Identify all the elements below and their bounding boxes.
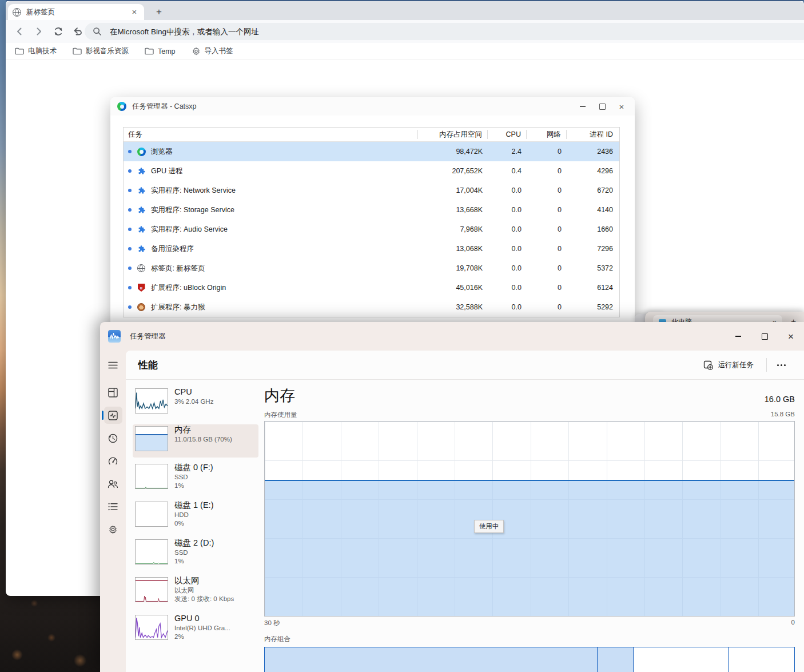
column-header-pid[interactable]: 进程 ID xyxy=(567,130,619,139)
network-value: 0 xyxy=(527,225,567,233)
network-value: 0 xyxy=(527,264,567,272)
sidebar-item-services[interactable] xyxy=(104,521,122,538)
puzzle-icon xyxy=(137,225,146,234)
memory-thumbnail xyxy=(135,426,168,451)
new-tab-button[interactable]: + xyxy=(153,6,165,18)
row-indicator-dot xyxy=(128,189,132,192)
composition-segment-in-use xyxy=(265,647,598,672)
composition-segment-free xyxy=(729,647,794,672)
close-button[interactable]: × xyxy=(612,99,631,114)
panel-disk-1[interactable]: 磁盘 1 (E:) HDD 0% xyxy=(133,500,258,533)
catsxp-titlebar[interactable]: 任务管理器 - Catsxp × xyxy=(110,97,635,116)
sidebar-item-users[interactable] xyxy=(104,475,122,492)
pid-value: 5292 xyxy=(567,303,619,311)
minimize-button[interactable] xyxy=(725,322,751,351)
panel-detail: SSD xyxy=(174,473,213,482)
process-name: 标签页: 新标签页 xyxy=(151,264,205,273)
panel-detail: SSD xyxy=(174,548,214,557)
panel-disk-2[interactable]: 磁盘 2 (D:) SSD 1% xyxy=(133,538,258,571)
memory-detail-pane: 内存 16.0 GB 内存使用量 15.8 GB 使用中 30 秒 xyxy=(258,380,804,672)
table-row[interactable]: 标签页: 新标签页 19,708K 0.0 0 5372 xyxy=(124,259,619,278)
bookmark-folder-computer-tech[interactable]: 电脑技术 xyxy=(15,46,57,56)
browser-toolbar xyxy=(6,20,804,43)
row-indicator-dot xyxy=(128,208,132,212)
browser-tab-new-tab[interactable]: 新标签页 × xyxy=(8,4,144,20)
panel-name: 磁盘 1 (E:) xyxy=(174,500,213,511)
table-row[interactable]: 扩展程序: 暴力猴 32,588K 0.0 0 5292 xyxy=(124,297,619,317)
globe-tab-icon xyxy=(137,264,146,273)
table-row[interactable]: 浏览器 98,472K 2.4 0 2436 xyxy=(124,142,619,161)
forward-button[interactable] xyxy=(32,25,46,38)
panel-cpu[interactable]: CPU 3% 2.04 GHz xyxy=(133,387,258,420)
more-options-icon[interactable] xyxy=(774,360,789,371)
table-row[interactable]: 备用渲染程序 13,068K 0.0 0 7296 xyxy=(124,239,619,259)
panel-memory[interactable]: 内存 11.0/15.8 GB (70%) xyxy=(133,424,258,458)
catsxp-logo-icon xyxy=(117,102,126,111)
import-bookmarks-label: 导入书签 xyxy=(205,46,233,56)
column-header-cpu[interactable]: CPU xyxy=(488,130,527,139)
row-indicator-dot xyxy=(128,247,132,250)
sidebar-item-processes[interactable] xyxy=(104,384,122,401)
back-button[interactable] xyxy=(13,25,26,38)
memory-value: 17,004K xyxy=(418,186,488,194)
memory-usage-label: 内存使用量 xyxy=(264,411,297,419)
run-new-task-button[interactable]: 运行新任务 xyxy=(698,357,760,373)
maximize-button[interactable] xyxy=(751,322,778,351)
bookmark-folder-media[interactable]: 影视音乐资源 xyxy=(73,46,129,56)
sidebar-item-startup-apps[interactable] xyxy=(104,452,122,470)
panel-detail: 1% xyxy=(174,482,213,490)
memory-value: 45,016K xyxy=(418,284,488,292)
panel-disk-0[interactable]: 磁盘 0 (F:) SSD 1% xyxy=(133,462,258,495)
column-header-memory[interactable]: 内存占用空间 xyxy=(418,130,488,139)
network-value: 0 xyxy=(527,148,567,156)
process-name: 实用程序: Audio Service xyxy=(151,225,228,234)
address-bar[interactable] xyxy=(85,23,804,40)
pid-value: 6124 xyxy=(567,284,619,292)
menu-hamburger-icon[interactable] xyxy=(104,356,122,373)
row-indicator-dot xyxy=(128,267,132,270)
panel-detail: 发送: 0 接收: 0 Kbps xyxy=(174,595,234,603)
taskmgr-sidebar xyxy=(100,351,126,672)
import-bookmarks-button[interactable]: 导入书签 xyxy=(192,46,233,56)
taskmgr-titlebar[interactable]: 任务管理器 × xyxy=(100,322,804,351)
table-row[interactable]: 实用程序: Audio Service 7,968K 0.0 0 1660 xyxy=(124,220,619,239)
column-header-task[interactable]: 任务 xyxy=(124,130,418,139)
cpu-value: 0.0 xyxy=(488,206,527,214)
disk2-sparkline xyxy=(135,539,168,564)
panel-gpu[interactable]: GPU 0 Intel(R) UHD Gra... 2% xyxy=(133,613,258,646)
pid-value: 1660 xyxy=(567,225,619,233)
cpu-value: 2.4 xyxy=(488,148,527,156)
table-row[interactable]: 实用程序: Storage Service 13,668K 0.0 0 4140 xyxy=(124,200,619,220)
network-value: 0 xyxy=(527,206,567,214)
memory-title: 内存 xyxy=(264,385,295,406)
sidebar-item-performance[interactable] xyxy=(104,407,122,424)
memory-value: 207,652K xyxy=(418,167,488,175)
undo-arrow-icon[interactable] xyxy=(71,25,85,38)
process-table: 任务 内存占用空间 CPU 网络 进程 ID 浏览器 98,472K 2.4 0… xyxy=(123,127,620,317)
panel-detail: 以太网 xyxy=(174,586,234,595)
memory-usage-area xyxy=(265,480,794,616)
sidebar-item-app-history[interactable] xyxy=(104,430,122,447)
maximize-button[interactable] xyxy=(592,99,612,114)
disk1-sparkline xyxy=(135,502,168,527)
tab-close-icon[interactable]: × xyxy=(129,7,140,17)
catsxp-browser-icon xyxy=(137,147,146,156)
memory-usage-graph[interactable]: 使用中 xyxy=(264,421,795,617)
reload-icon[interactable] xyxy=(51,25,65,38)
minimize-button[interactable] xyxy=(573,99,592,114)
folder-icon xyxy=(15,47,24,55)
bookmark-folder-temp[interactable]: Temp xyxy=(145,47,176,55)
network-value: 0 xyxy=(527,186,567,194)
table-row[interactable]: GPU 进程 207,652K 0.4 0 4296 xyxy=(124,161,619,181)
sidebar-item-details[interactable] xyxy=(104,498,122,515)
puzzle-icon xyxy=(137,186,146,195)
close-button[interactable]: × xyxy=(778,322,804,351)
memory-composition-bar[interactable] xyxy=(264,647,795,672)
bookmarks-bar: 电脑技术 影视音乐资源 Temp 导入书签 xyxy=(6,43,804,60)
panel-ethernet[interactable]: 以太网 以太网 发送: 0 接收: 0 Kbps xyxy=(133,575,258,609)
table-row[interactable]: 实用程序: Network Service 17,004K 0.0 0 6720 xyxy=(124,181,619,200)
run-new-task-label: 运行新任务 xyxy=(718,360,754,370)
table-row[interactable]: u扩展程序: uBlock Origin 45,016K 0.0 0 6124 xyxy=(124,278,619,297)
column-header-network[interactable]: 网络 xyxy=(527,130,567,139)
address-input[interactable] xyxy=(109,27,454,37)
